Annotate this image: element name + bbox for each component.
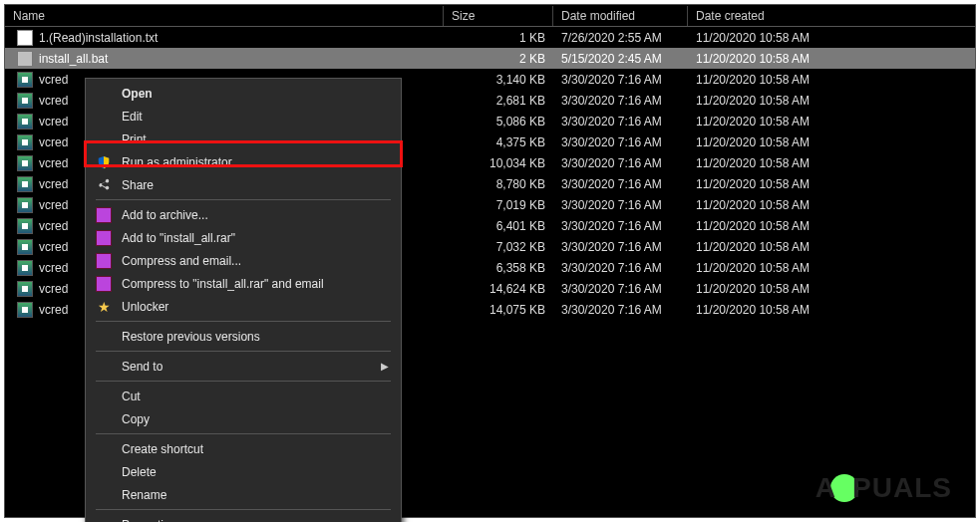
menu-copy-label: Copy (122, 412, 150, 426)
menu-separator (96, 351, 391, 352)
menu-create-shortcut[interactable]: Create shortcut (88, 437, 399, 460)
menu-edit[interactable]: Edit (88, 105, 399, 128)
menu-properties-label: Properties (122, 518, 176, 523)
menu-separator (96, 509, 391, 510)
file-modified: 3/30/2020 7:16 AM (553, 94, 688, 108)
file-created: 11/20/2020 10:58 AM (688, 177, 822, 191)
file-modified: 7/26/2020 2:55 AM (553, 31, 688, 45)
file-created: 11/20/2020 10:58 AM (688, 240, 822, 254)
file-modified: 3/30/2020 7:16 AM (553, 261, 688, 275)
file-size: 8,780 KB (444, 177, 553, 191)
menu-separator (96, 199, 391, 200)
bat-file-icon (17, 51, 33, 67)
file-created: 11/20/2020 10:58 AM (688, 73, 822, 87)
menu-properties[interactable]: Properties (88, 513, 399, 522)
watermark-text: PUALS (852, 472, 952, 504)
menu-add-archive[interactable]: Add to archive... (88, 203, 399, 226)
file-size: 6,358 KB (444, 261, 553, 275)
menu-delete[interactable]: Delete (88, 460, 399, 483)
file-modified: 3/30/2020 7:16 AM (553, 219, 688, 233)
exe-file-icon (17, 218, 33, 234)
menu-rename[interactable]: Rename (88, 483, 399, 506)
exe-file-icon (17, 134, 33, 150)
menu-open[interactable]: Open (88, 82, 399, 105)
file-size: 14,624 KB (444, 282, 553, 296)
menu-send-to[interactable]: Send to▶ (88, 355, 399, 378)
menu-unlocker-label: Unlocker (122, 300, 168, 314)
file-name: vcred (39, 198, 68, 212)
file-size: 2,681 KB (444, 94, 553, 108)
col-name[interactable]: Name (5, 6, 444, 26)
file-created: 11/20/2020 10:58 AM (688, 135, 822, 149)
share-icon (96, 177, 112, 193)
file-created: 11/20/2020 10:58 AM (688, 261, 822, 275)
menu-open-label: Open (122, 87, 153, 101)
file-name: vcred (39, 135, 68, 149)
file-size: 10,034 KB (444, 156, 553, 170)
file-size: 7,032 KB (444, 240, 553, 254)
exe-file-icon (17, 155, 33, 171)
file-name: vcred (39, 156, 68, 170)
txt-file-icon (17, 30, 33, 46)
menu-compress-to[interactable]: Compress to "install_all.rar" and email (88, 272, 399, 295)
menu-print[interactable]: Print (88, 128, 399, 150)
menu-run-as-admin[interactable]: Run as administrator (88, 150, 399, 173)
menu-share[interactable]: Share (88, 173, 399, 196)
file-name: vcred (39, 303, 68, 317)
menu-create-shortcut-label: Create shortcut (122, 442, 203, 456)
file-modified: 3/30/2020 7:16 AM (553, 135, 688, 149)
menu-run-as-admin-label: Run as administrator (122, 155, 232, 169)
exe-file-icon (17, 93, 33, 109)
context-menu: Open Edit Print Run as administrator Sha… (85, 78, 402, 522)
file-name: vcred (39, 219, 68, 233)
col-modified[interactable]: Date modified (553, 6, 688, 26)
file-modified: 3/30/2020 7:16 AM (553, 115, 688, 129)
winrar-icon (96, 230, 112, 246)
column-header: Name Size Date modified Date created (5, 5, 975, 27)
col-created[interactable]: Date created (688, 6, 822, 26)
menu-restore-label: Restore previous versions (122, 330, 260, 344)
file-modified: 3/30/2020 7:16 AM (553, 156, 688, 170)
exe-file-icon (17, 114, 33, 130)
file-size: 6,401 KB (444, 219, 553, 233)
menu-add-archive-label: Add to archive... (122, 208, 208, 222)
menu-separator (96, 381, 391, 382)
exe-file-icon (17, 176, 33, 192)
file-created: 11/20/2020 10:58 AM (688, 115, 822, 129)
winrar-icon (96, 253, 112, 269)
file-modified: 3/30/2020 7:16 AM (553, 240, 688, 254)
chevron-right-icon: ▶ (381, 361, 389, 372)
exe-file-icon (17, 197, 33, 213)
menu-copy[interactable]: Copy (88, 407, 399, 430)
table-row[interactable]: 1.(Read)installation.txt1 KB7/26/2020 2:… (5, 27, 975, 48)
menu-print-label: Print (122, 132, 147, 146)
menu-cut[interactable]: Cut (88, 385, 399, 407)
exe-file-icon (17, 239, 33, 255)
menu-unlocker[interactable]: ★Unlocker (88, 295, 399, 318)
file-created: 11/20/2020 10:58 AM (688, 219, 822, 233)
menu-compress-email[interactable]: Compress and email... (88, 249, 399, 272)
menu-compress-to-label: Compress to "install_all.rar" and email (122, 277, 324, 291)
file-size: 3,140 KB (444, 73, 553, 87)
file-modified: 3/30/2020 7:16 AM (553, 198, 688, 212)
file-name: vcred (39, 261, 68, 275)
file-size: 1 KB (444, 31, 553, 45)
file-modified: 3/30/2020 7:16 AM (553, 282, 688, 296)
file-size: 7,019 KB (444, 198, 553, 212)
winrar-icon (96, 276, 112, 292)
menu-share-label: Share (122, 178, 154, 192)
exe-file-icon (17, 260, 33, 276)
table-row[interactable]: install_all.bat2 KB5/15/2020 2:45 AM11/2… (5, 48, 975, 69)
menu-delete-label: Delete (122, 465, 157, 479)
menu-edit-label: Edit (122, 110, 143, 124)
menu-restore[interactable]: Restore previous versions (88, 325, 399, 348)
menu-add-to[interactable]: Add to "install_all.rar" (88, 226, 399, 249)
watermark-text: A (816, 472, 836, 504)
file-modified: 3/30/2020 7:16 AM (553, 73, 688, 87)
file-modified: 5/15/2020 2:45 AM (553, 52, 688, 66)
file-size: 14,075 KB (444, 303, 553, 317)
file-created: 11/20/2020 10:58 AM (688, 282, 822, 296)
col-size[interactable]: Size (444, 6, 553, 26)
file-created: 11/20/2020 10:58 AM (688, 198, 822, 212)
file-size: 5,086 KB (444, 115, 553, 129)
